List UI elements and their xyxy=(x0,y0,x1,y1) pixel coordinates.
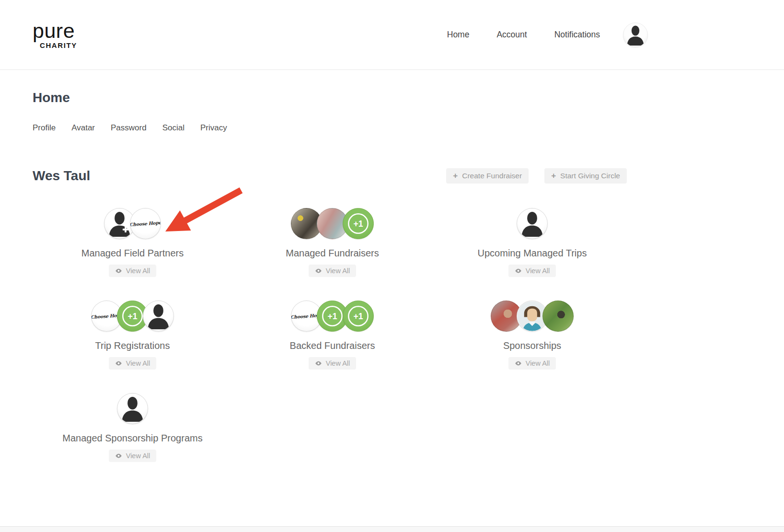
eye-icon xyxy=(515,361,522,366)
view-all-button[interactable]: View All xyxy=(309,265,357,277)
section-head: Wes Taul +Create Fundraiser+Start Giving… xyxy=(33,168,627,184)
view-all-label: View All xyxy=(326,267,350,275)
action-label: Start Giving Circle xyxy=(560,172,620,180)
avatar-stack xyxy=(117,393,148,424)
card-upcoming-managed-trips: Upcoming Managed TripsView All xyxy=(432,208,632,277)
avatar-stack: +1 xyxy=(291,208,374,239)
nav-account[interactable]: Account xyxy=(496,30,527,40)
card-backed-fundraisers: Choose Hope+1+1Backed FundraisersView Al… xyxy=(232,300,432,370)
card-title: Backed Fundraisers xyxy=(290,340,375,351)
view-all-button[interactable]: View All xyxy=(309,357,357,370)
plus-one-icon[interactable]: +1 xyxy=(343,208,374,239)
main-nav-links: HomeAccountNotifications xyxy=(447,30,600,40)
eye-icon xyxy=(115,361,122,366)
view-all-label: View All xyxy=(526,267,550,275)
view-all-label: View All xyxy=(126,267,150,275)
logo-subtext: CHARITY xyxy=(40,42,77,49)
card-title: Trip Registrations xyxy=(95,340,170,351)
card-trip-registrations: Choose Hope+1Trip RegistrationsView All xyxy=(33,300,232,370)
person-icon[interactable] xyxy=(143,301,174,332)
eye-icon xyxy=(515,268,522,273)
avatar-stack: Choose Hope+1 xyxy=(91,300,174,332)
eye-icon xyxy=(115,453,122,458)
view-all-button[interactable]: View All xyxy=(109,265,157,277)
user-avatar[interactable] xyxy=(623,23,648,47)
page-title: Home xyxy=(33,90,633,105)
svg-text:+1: +1 xyxy=(327,311,337,321)
subnav-avatar[interactable]: Avatar xyxy=(71,123,95,133)
page: pure CHARITY HomeAccountNotifications Ho… xyxy=(0,0,784,532)
card-title: Managed Sponsorship Programs xyxy=(62,433,202,444)
card-managed-sponsorship-programs: Managed Sponsorship ProgramsView All xyxy=(33,393,232,462)
eye-icon xyxy=(315,361,322,366)
script-logo-icon[interactable]: Choose Hope xyxy=(130,208,161,239)
plus-icon: + xyxy=(551,171,556,181)
dashboard-grid: Choose HopeManaged Field PartnersView Al… xyxy=(33,208,633,462)
create-fundraiser-button[interactable]: +Create Fundraiser xyxy=(446,168,529,184)
card-sponsorships: SponsorshipsView All xyxy=(432,300,632,370)
view-all-button[interactable]: View All xyxy=(109,450,157,462)
svg-text:+1: +1 xyxy=(353,311,363,321)
script-logo-text: Choose Hope xyxy=(130,220,161,227)
svg-text:+1: +1 xyxy=(127,311,137,321)
footer-bar xyxy=(0,526,784,532)
nav-notifications[interactable]: Notifications xyxy=(554,30,600,40)
subnav-profile[interactable]: Profile xyxy=(33,123,56,133)
avatar-stack xyxy=(517,208,548,239)
eye-icon xyxy=(115,268,122,273)
subnav-privacy[interactable]: Privacy xyxy=(200,123,227,133)
view-all-label: View All xyxy=(526,359,550,367)
view-all-label: View All xyxy=(326,359,350,367)
photo-child-grass-avatar[interactable] xyxy=(542,301,574,332)
card-title: Managed Fundraisers xyxy=(286,248,379,259)
start-giving-circle-button[interactable]: +Start Giving Circle xyxy=(544,168,627,184)
card-title: Upcoming Managed Trips xyxy=(478,248,587,259)
subnav-password[interactable]: Password xyxy=(111,123,147,133)
view-all-button[interactable]: View All xyxy=(109,357,157,370)
card-managed-fundraisers: +1Managed FundraisersView All xyxy=(232,208,432,277)
avatar-stack: Choose Hope xyxy=(104,208,161,239)
person-icon[interactable] xyxy=(517,208,548,239)
avatar-stack: Choose Hope+1+1 xyxy=(291,300,374,332)
card-managed-field-partners: Choose HopeManaged Field PartnersView Al… xyxy=(33,208,232,277)
view-all-button[interactable]: View All xyxy=(508,357,556,370)
nav-home[interactable]: Home xyxy=(447,30,470,40)
avatar-stack xyxy=(491,300,574,332)
svg-text:+1: +1 xyxy=(353,219,363,228)
plus-one-icon[interactable]: +1 xyxy=(343,301,374,332)
action-label: Create Fundraiser xyxy=(462,172,522,180)
view-all-label: View All xyxy=(126,359,150,367)
user-name-heading: Wes Taul xyxy=(33,168,90,184)
logo-wordmark: pure xyxy=(33,21,77,41)
section-actions: +Create Fundraiser+Start Giving Circle xyxy=(446,168,627,184)
card-title: Managed Field Partners xyxy=(81,248,184,259)
header-right: HomeAccountNotifications xyxy=(447,23,648,47)
header: pure CHARITY HomeAccountNotifications xyxy=(0,0,784,70)
plus-icon: + xyxy=(453,171,458,181)
pure-charity-logo[interactable]: pure CHARITY xyxy=(33,21,77,49)
main-content: Home ProfileAvatarPasswordSocialPrivacy … xyxy=(0,70,633,462)
person-icon[interactable] xyxy=(117,393,148,424)
eye-icon xyxy=(315,268,322,273)
subnav-social[interactable]: Social xyxy=(162,123,184,133)
view-all-label: View All xyxy=(126,452,150,460)
settings-subnav: ProfileAvatarPasswordSocialPrivacy xyxy=(33,123,633,133)
view-all-button[interactable]: View All xyxy=(508,265,556,277)
card-title: Sponsorships xyxy=(503,340,561,351)
